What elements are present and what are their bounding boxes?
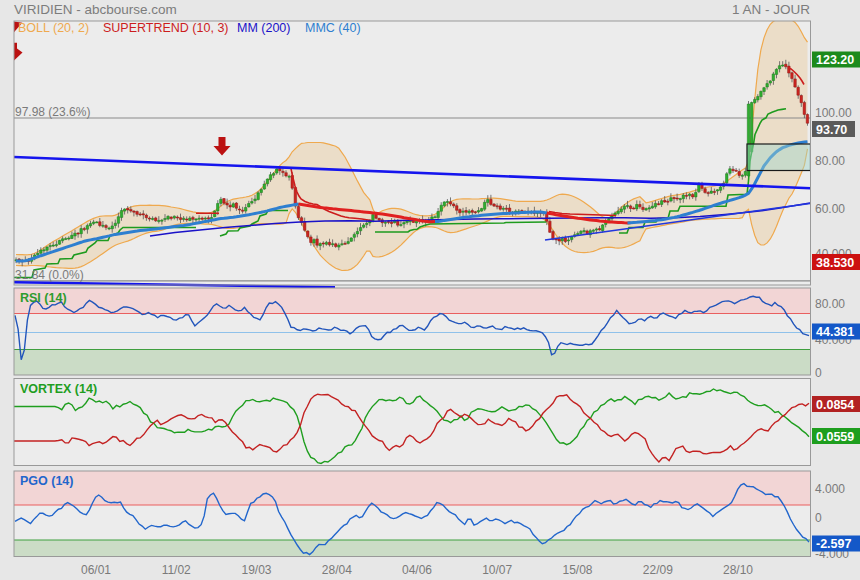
svg-text:1 AN - JOUR: 1 AN - JOUR [732,2,810,17]
svg-text:19/03: 19/03 [241,563,271,577]
svg-text:97.98 (23.6%): 97.98 (23.6%) [15,105,90,119]
svg-text:38.530: 38.530 [816,256,854,270]
svg-text:0.0854: 0.0854 [816,398,854,412]
svg-text:PGO (14): PGO (14) [20,474,74,488]
svg-text:04/06: 04/06 [402,563,432,577]
svg-text:80.00: 80.00 [815,154,845,168]
svg-text:0: 0 [815,511,822,525]
svg-text:MM (200): MM (200) [237,21,290,35]
svg-text:44.381: 44.381 [816,325,854,339]
svg-text:VIRIDIEN - abcbourse.com: VIRIDIEN - abcbourse.com [14,2,177,17]
svg-text:60.00: 60.00 [815,202,845,216]
svg-text:28/10: 28/10 [723,563,753,577]
svg-text:15/08: 15/08 [562,563,592,577]
svg-text:0.0559: 0.0559 [816,430,854,444]
svg-text:100.00: 100.00 [815,106,852,120]
svg-text:06/01: 06/01 [81,563,111,577]
svg-text:80.00: 80.00 [815,297,845,311]
svg-text:31.84 (0.0%): 31.84 (0.0%) [15,268,84,282]
svg-text:28/04: 28/04 [322,563,352,577]
svg-text:SUPERTREND (10, 3): SUPERTREND (10, 3) [103,21,229,35]
svg-text:4.000: 4.000 [815,482,845,496]
svg-text:93.70: 93.70 [816,123,847,137]
svg-text:0: 0 [815,366,822,380]
svg-text:VORTEX (14): VORTEX (14) [20,382,97,396]
svg-text:MMC (40): MMC (40) [305,21,361,35]
svg-text:11/02: 11/02 [162,563,191,577]
svg-text:22/09: 22/09 [643,563,673,577]
svg-text:-2.597: -2.597 [816,537,851,551]
svg-text:RSI (14): RSI (14) [20,291,67,305]
svg-text:BOLL (20, 2): BOLL (20, 2) [18,21,89,35]
svg-text:10/07: 10/07 [482,563,512,577]
svg-text:123.20: 123.20 [816,53,854,67]
